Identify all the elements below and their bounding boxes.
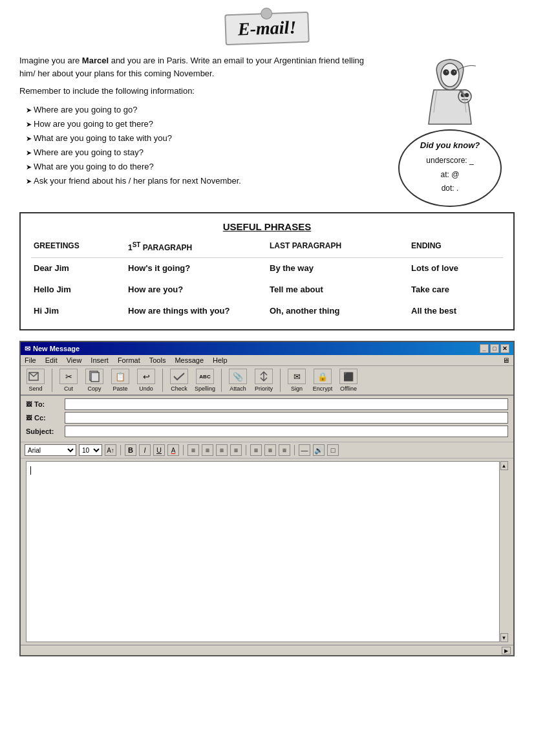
menu-file[interactable]: File bbox=[25, 356, 36, 364]
outdent-button[interactable]: ≡ bbox=[264, 444, 276, 456]
titlebar-controls[interactable]: _ □ ✕ bbox=[480, 344, 509, 353]
col-header-last-para: LAST PARAGRAPH bbox=[267, 239, 409, 258]
offline-button[interactable]: ⬛ Offline bbox=[337, 369, 359, 392]
attach-label: Attach bbox=[230, 385, 246, 392]
priority-button[interactable]: Priority bbox=[253, 369, 275, 392]
align-center-button[interactable]: ≡ bbox=[202, 444, 213, 456]
image-button[interactable]: □ bbox=[327, 444, 339, 456]
cut-button[interactable]: ✂ Cut bbox=[58, 369, 80, 392]
format-divider-1 bbox=[120, 445, 121, 455]
phrase-last-2: Tell me about bbox=[267, 279, 409, 301]
menu-insert[interactable]: Insert bbox=[91, 356, 109, 364]
menu-message[interactable]: Message bbox=[175, 356, 204, 364]
phrase-first-1: How's it going? bbox=[125, 258, 267, 279]
attach-button[interactable]: 📎 Attach bbox=[227, 369, 249, 392]
email-toolbar: Send ✂ Cut Copy 📋 Paste ↩ Undo Check bbox=[21, 366, 513, 396]
phrase-greeting-1: Dear Jim bbox=[31, 258, 125, 279]
cut-icon: ✂ bbox=[59, 369, 78, 384]
font-color-button[interactable]: A bbox=[167, 444, 179, 456]
instructions-text: Imagine you are Marcel and you are in Pa… bbox=[19, 54, 379, 207]
col-header-greetings: GREETINGS bbox=[31, 239, 125, 258]
email-body-container: ▲ ▼ bbox=[23, 461, 511, 642]
copy-button[interactable]: Copy bbox=[83, 369, 105, 392]
underline-button[interactable]: U bbox=[153, 444, 165, 456]
email-client: ✉ New Message _ □ ✕ File Edit View Inser… bbox=[19, 341, 515, 656]
attach-icon: 📎 bbox=[229, 369, 247, 384]
to-input[interactable] bbox=[65, 398, 508, 410]
scroll-down-button[interactable]: ▼ bbox=[500, 633, 508, 642]
maximize-button[interactable]: □ bbox=[490, 344, 499, 353]
menu-tools[interactable]: Tools bbox=[149, 356, 166, 364]
italic-button[interactable]: I bbox=[139, 444, 151, 456]
menu-help[interactable]: Help bbox=[213, 356, 228, 364]
priority-icon bbox=[255, 369, 273, 384]
cc-label: 🖼 Cc: bbox=[26, 414, 65, 422]
subject-row: Subject: bbox=[26, 426, 508, 437]
format-bar: Arial 10 A↑ B I U A ≡ ≡ ≡ ≡ ≡ ≡ ≡ — 🔊 □ bbox=[21, 442, 513, 459]
phrase-greeting-3: Hi Jim bbox=[31, 301, 125, 322]
paste-label: Paste bbox=[112, 385, 127, 392]
font-select[interactable]: Arial bbox=[25, 444, 76, 456]
subject-input[interactable] bbox=[65, 426, 508, 437]
menu-view[interactable]: View bbox=[67, 356, 82, 364]
format-divider-2 bbox=[183, 445, 184, 455]
titlebar-text: New Message bbox=[33, 345, 80, 352]
bold-button[interactable]: B bbox=[125, 444, 136, 456]
email-body[interactable] bbox=[26, 461, 508, 642]
cc-label-text: Cc: bbox=[34, 414, 46, 422]
copy-label: Copy bbox=[87, 385, 101, 392]
align-left-button[interactable]: ≡ bbox=[187, 444, 199, 456]
priority-label: Priority bbox=[255, 385, 273, 392]
sign-button[interactable]: ✉ Sign bbox=[286, 369, 308, 392]
align-right-button[interactable]: ≡ bbox=[216, 444, 228, 456]
phrases-grid: GREETINGS 1ST PARAGRAPH LAST PARAGRAPH E… bbox=[31, 239, 503, 321]
phrase-last-3: Oh, another thing bbox=[267, 301, 409, 322]
to-row: 🖼 To: bbox=[26, 398, 508, 410]
useful-phrases-heading: USEFUL PHRASES bbox=[31, 221, 503, 232]
scroll-right-button[interactable]: ▶ bbox=[502, 647, 511, 654]
email-statusbar: ▶ bbox=[21, 645, 513, 655]
bullet-item: What are you going to do there? bbox=[26, 160, 379, 174]
encrypt-icon: 🔒 bbox=[314, 369, 332, 384]
indent-button[interactable]: ≡ bbox=[250, 444, 262, 456]
close-button[interactable]: ✕ bbox=[500, 344, 509, 353]
bullet-item: How are you going to get there? bbox=[26, 117, 379, 131]
svg-rect-10 bbox=[91, 373, 99, 382]
menu-format[interactable]: Format bbox=[118, 356, 140, 364]
undo-button[interactable]: ↩ Undo bbox=[135, 369, 157, 392]
useful-phrases-section: USEFUL PHRASES GREETINGS 1ST PARAGRAPH L… bbox=[19, 212, 515, 330]
cc-input[interactable] bbox=[65, 412, 508, 424]
instructions-area: Imagine you are Marcel and you are in Pa… bbox=[19, 54, 515, 207]
paste-button[interactable]: 📋 Paste bbox=[109, 369, 131, 392]
encrypt-label: Encrypt bbox=[313, 385, 333, 392]
rule-button[interactable]: — bbox=[299, 444, 310, 456]
bullets-button[interactable]: ≡ bbox=[279, 444, 290, 456]
bullet-list: Where are you going to go? How are you g… bbox=[19, 103, 379, 189]
send-label: Send bbox=[28, 385, 42, 392]
bullet-item: Ask your friend about his / her plans fo… bbox=[26, 174, 379, 188]
scrollbar-right[interactable]: ▲ ▼ bbox=[499, 461, 508, 642]
did-you-know-dot: dot: . bbox=[442, 182, 459, 196]
page-title: E-mail! bbox=[224, 12, 310, 46]
undo-icon: ↩ bbox=[137, 369, 155, 384]
send-button[interactable]: Send bbox=[25, 369, 47, 392]
encrypt-button[interactable]: 🔒 Encrypt bbox=[312, 369, 334, 392]
spelling-button[interactable]: ABC Spelling bbox=[194, 369, 216, 392]
check-button[interactable]: Check bbox=[168, 369, 190, 392]
sound-button[interactable]: 🔊 bbox=[313, 444, 325, 456]
toolbar-divider-3 bbox=[221, 369, 222, 392]
cc-row: 🖼 Cc: bbox=[26, 412, 508, 424]
titlebar-title: ✉ New Message bbox=[25, 345, 80, 353]
justify-button[interactable]: ≡ bbox=[230, 444, 242, 456]
did-you-know-box: Did you know? underscore: _ at: @ dot: . bbox=[398, 129, 502, 207]
to-label: 🖼 To: bbox=[26, 400, 65, 408]
did-you-know-at: at: @ bbox=[441, 168, 460, 182]
phrase-ending-1: Lots of love bbox=[409, 258, 503, 279]
size-select[interactable]: 10 bbox=[79, 444, 102, 456]
minimize-button[interactable]: _ bbox=[480, 344, 489, 353]
toolbar-divider-2 bbox=[162, 369, 163, 392]
grow-font-button[interactable]: A↑ bbox=[105, 444, 116, 456]
scroll-up-button[interactable]: ▲ bbox=[500, 461, 508, 470]
menu-edit[interactable]: Edit bbox=[45, 356, 58, 364]
svg-point-3 bbox=[446, 71, 448, 73]
